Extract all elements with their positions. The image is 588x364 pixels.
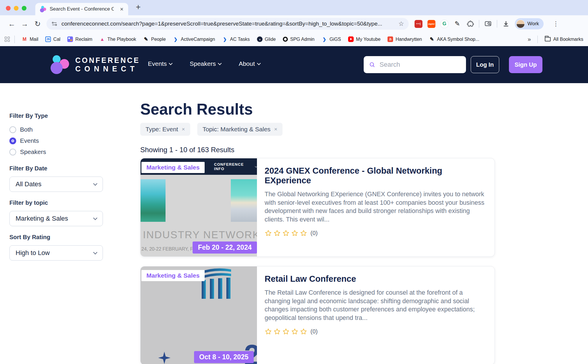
reclaim-icon [67, 36, 73, 42]
forward-icon[interactable]: → [18, 20, 31, 28]
grammarly-extension-icon[interactable]: G [440, 20, 448, 28]
radio-selected-icon[interactable] [9, 137, 16, 144]
date-select[interactable]: All Dates [9, 177, 103, 192]
filter-date-heading: Filter By Date [9, 165, 103, 172]
event-title[interactable]: Retail Law Conference [265, 274, 485, 284]
star-icon [273, 328, 281, 335]
rating-count: (0) [310, 230, 318, 236]
chevron-down-icon [218, 61, 222, 65]
radio-icon[interactable] [9, 149, 16, 155]
chip-type-event[interactable]: Type: Event × [140, 123, 190, 136]
star-icon [291, 229, 298, 237]
new-tab-button[interactable]: + [136, 2, 141, 12]
handwrytten-icon: h [387, 36, 393, 42]
spg-admin-icon [283, 37, 288, 42]
downloads-icon[interactable] [502, 20, 510, 28]
bookmark-aka-symbol-shop[interactable]: ✎AKA Symbol Shop... [429, 36, 479, 42]
bookmark-ac-tasks[interactable]: ❯AC Tasks [222, 36, 250, 42]
results-count: Showing 1 - 10 of 163 Results [140, 146, 495, 154]
zapier-extension-icon[interactable]: zapier [427, 20, 435, 28]
bookmark-glide[interactable]: ◑Glide [257, 36, 276, 42]
pen-extension-icon[interactable]: ✎ [453, 20, 461, 28]
bookmark-gigs[interactable]: ❯GiGS [322, 36, 341, 42]
bookmark-the-playbook[interactable]: ▲The Playbook [99, 36, 136, 42]
browser-window: Search Event - Conference Co × + ← → ↻ c… [0, 0, 588, 364]
close-window-button[interactable] [6, 6, 11, 11]
pen-icon: ✎ [143, 36, 149, 42]
star-icon [300, 328, 307, 335]
bookmarks-overflow-icon[interactable]: » [528, 36, 531, 43]
rating-count: (0) [310, 328, 318, 335]
site-logo[interactable]: CONFERENCE CONNECT [51, 55, 140, 74]
event-description: The Global Networking EXperience (GNEX C… [265, 190, 485, 224]
site-info-icon[interactable] [51, 21, 58, 27]
maximize-window-button[interactable] [22, 6, 26, 11]
search-icon [369, 61, 375, 68]
gigs-icon: ❯ [322, 36, 327, 42]
avatar [516, 20, 525, 28]
chip-topic-marketing-sales[interactable]: Topic: Marketing & Sales × [197, 123, 283, 136]
signup-button[interactable]: Sign Up [509, 56, 542, 73]
bookmark-handwrytten[interactable]: hHandwrytten [387, 36, 422, 42]
divider [14, 36, 15, 43]
filters-sidebar: Filter By Type Both Events Speakers Filt… [9, 113, 103, 261]
star-icon [282, 229, 290, 237]
radio-both[interactable]: Both [9, 124, 103, 135]
lastpass-extension-icon[interactable]: •••| [415, 20, 422, 28]
tab-strip: Search Event - Conference Co × + [0, 0, 588, 15]
event-title[interactable]: 2024 GNEX Conference - Global Networking… [265, 166, 485, 185]
traffic-lights [6, 6, 26, 11]
tab-close-icon[interactable]: × [120, 6, 123, 13]
rocket-icon: ▲ [99, 36, 105, 42]
browser-tab[interactable]: Search Event - Conference Co × [35, 3, 128, 15]
apps-grid-icon[interactable] [5, 37, 10, 42]
remove-chip-icon[interactable]: × [274, 126, 277, 132]
star-icon [273, 229, 281, 237]
ac-tasks-icon: ❯ [222, 36, 228, 42]
profile-chip[interactable]: Work [515, 18, 544, 29]
folder-icon [545, 37, 551, 41]
nav-events[interactable]: Events [148, 60, 172, 67]
browser-menu-icon[interactable]: ⋮ [553, 20, 559, 27]
bookmark-cal[interactable]: 26Cal [45, 36, 60, 42]
bookmark-my-youtube[interactable]: My Youtube [348, 36, 381, 42]
all-bookmarks-button[interactable]: All Bookmarks [545, 37, 583, 42]
extensions-puzzle-icon[interactable] [466, 20, 474, 28]
remove-chip-icon[interactable]: × [182, 126, 185, 132]
back-icon[interactable]: ← [5, 20, 18, 28]
bookmark-star-icon[interactable]: ☆ [398, 20, 404, 27]
nav-about[interactable]: About [239, 60, 260, 67]
event-card-retail-law[interactable]: 2 Marketing & Sales Oct 8 - 10, 2025 Ret… [140, 266, 495, 364]
rating-row: (0) [265, 328, 485, 335]
rating-select[interactable]: High to Low [9, 245, 103, 261]
sort-rating-heading: Sort By Rating [9, 234, 103, 241]
divider [537, 36, 538, 43]
glide-icon: ◑ [257, 36, 263, 42]
results-main: Search Results Type: Event × Topic: Mark… [140, 101, 495, 364]
bookmark-people[interactable]: ✎People [143, 36, 166, 42]
url-text[interactable]: conferenceconnect.com/search?page=1&pres… [61, 21, 395, 27]
tab-search-icon[interactable] [484, 20, 492, 28]
date-badge: Oct 8 - 10, 2025 [194, 351, 254, 363]
event-card-gnex[interactable]: W CONFERENCE INFO INDUSTRY NETWORKING C … [140, 158, 495, 257]
bookmark-activecampaign[interactable]: ❯ActiveCampaign [173, 36, 215, 42]
gmail-icon: M [22, 36, 27, 42]
search-input[interactable] [380, 61, 461, 68]
login-button[interactable]: Log In [471, 56, 499, 73]
reload-icon[interactable]: ↻ [31, 20, 44, 28]
chevron-down-icon [93, 216, 97, 220]
site-search[interactable] [364, 56, 466, 73]
nav-speakers[interactable]: Speakers [190, 60, 221, 67]
minimize-window-button[interactable] [14, 6, 19, 11]
image-banner-text: INDUSTRY NETWORKING C [143, 229, 257, 241]
radio-speakers[interactable]: Speakers [9, 146, 103, 157]
bookmark-spg-admin[interactable]: SPG Admin [283, 37, 315, 42]
radio-events[interactable]: Events [9, 135, 103, 146]
logo-line2: CONNECT [75, 65, 140, 73]
bookmark-mail[interactable]: MMail [22, 36, 38, 42]
bookmark-reclaim[interactable]: Reclaim [67, 36, 92, 42]
radio-icon[interactable] [9, 126, 16, 133]
event-image: 2 Marketing & Sales Oct 8 - 10, 2025 [141, 266, 257, 364]
topic-select[interactable]: Marketing & Sales [9, 211, 103, 226]
address-bar[interactable]: conferenceconnect.com/search?page=1&pres… [46, 18, 409, 30]
